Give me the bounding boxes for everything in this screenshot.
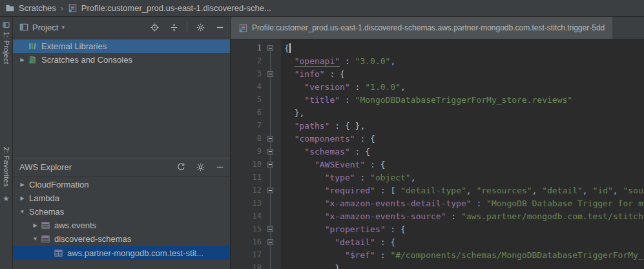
code-text: "detail" : {	[281, 237, 395, 247]
line-number: 17	[231, 250, 266, 259]
code-line[interactable]: 4 "version" : "1.0.0",	[231, 80, 644, 93]
tree-item-discovered-schemas[interactable]: ▼discovered-schemas	[13, 232, 230, 246]
fold-toggle-icon[interactable]	[267, 136, 273, 142]
code-lines: 1{2 "openapi" : "3.0.0",3 "info" : {4 "v…	[231, 39, 644, 269]
fold-column	[266, 239, 281, 245]
code-line[interactable]: 15 "properties" : {	[231, 222, 644, 235]
chevron-right-icon[interactable]: ▶	[30, 222, 41, 228]
fold-toggle-icon[interactable]	[267, 188, 273, 193]
line-number: 1	[231, 43, 266, 52]
tree-item-label: aws.partner-mongodb.com.test-stit...	[66, 248, 203, 258]
line-number: 10	[231, 160, 266, 169]
code-line[interactable]: 10 "AWSEvent" : {	[231, 158, 644, 171]
code-editor[interactable]: 1{2 "openapi" : "3.0.0",3 "info" : {4 "v…	[231, 39, 644, 269]
schema-file-icon	[68, 3, 78, 13]
code-line[interactable]: 12 "required" : [ "detail-type", "resour…	[231, 184, 644, 197]
line-number: 11	[231, 173, 266, 182]
chevron-right-icon[interactable]: ▶	[17, 195, 28, 201]
code-text: "info" : {	[281, 69, 345, 79]
hide-panel-icon[interactable]	[212, 160, 227, 175]
code-line[interactable]: 7 "paths" : { },	[231, 119, 644, 132]
fold-toggle-icon[interactable]	[267, 239, 273, 245]
fold-column	[266, 149, 281, 155]
tree-item-aws-partner-mongodb-com-test-stit[interactable]: aws.partner-mongodb.com.test-stit...	[13, 246, 230, 260]
chevron-down-icon[interactable]: ▾	[61, 24, 65, 30]
hide-panel-icon[interactable]	[212, 20, 227, 34]
breadcrumb-separator-icon: ›	[61, 4, 63, 13]
editor-tab[interactable]: Profile:customer_prod.us-east-1.discover…	[231, 17, 612, 39]
registry-icon	[41, 221, 53, 231]
code-line[interactable]: 6 },	[231, 106, 644, 119]
code-text: "properties" : {	[281, 224, 406, 234]
tool-window-button-favorites[interactable]: 2: Favorites ★	[3, 147, 10, 202]
code-text: "paths" : { },	[281, 121, 365, 131]
chevron-down-icon[interactable]: ▼	[30, 236, 41, 242]
tree-item-label: External Libraries	[40, 41, 107, 51]
code-line[interactable]: 2 "openapi" : "3.0.0",	[231, 54, 644, 67]
panel-title[interactable]: Project	[32, 23, 58, 32]
collapse-all-icon[interactable]	[166, 20, 182, 34]
code-line[interactable]: 9 "schemas" : {	[231, 145, 644, 158]
schema-file-icon	[238, 23, 248, 33]
breadcrumb-file[interactable]: Profile:customer_prod.us-east-1.discover…	[81, 3, 271, 13]
tree-item-schemas[interactable]: ▼Schemas	[13, 205, 230, 219]
fold-toggle-icon[interactable]	[267, 149, 273, 155]
code-line[interactable]: 18 }	[231, 261, 644, 269]
fold-toggle-icon[interactable]	[267, 226, 273, 232]
code-text: "required" : [ "detail-type", "resources…	[281, 186, 644, 195]
header-separator	[187, 22, 187, 32]
line-number: 2	[231, 56, 266, 65]
code-line[interactable]: 5 "title" : "MongoDBDatabaseTriggerForMy…	[231, 93, 644, 106]
breadcrumb-scratches[interactable]: Scratches	[19, 3, 56, 13]
code-text: "type" : "object",	[281, 173, 416, 182]
fold-toggle-icon[interactable]	[267, 162, 273, 167]
chevron-right-icon[interactable]: ▶	[17, 57, 28, 63]
tree-item-aws-events[interactable]: ▶aws.events	[13, 219, 230, 232]
ide-window: Scratches › Profile:customer_prod.us-eas…	[0, 0, 644, 269]
chevron-right-icon[interactable]: ▶	[17, 182, 28, 188]
code-line[interactable]: 8 "components" : {	[231, 132, 644, 145]
fold-toggle-icon[interactable]	[267, 45, 273, 51]
chevron-down-icon[interactable]: ▼	[17, 209, 28, 215]
panel-title: AWS Explorer	[19, 162, 72, 172]
tree-item-cloudformation[interactable]: ▶CloudFormation	[13, 178, 230, 191]
line-number: 4	[231, 82, 266, 91]
tool-window-panel: Project ▾ External Libraries▶Scratches a…	[13, 17, 231, 269]
library-icon	[28, 41, 40, 52]
tool-window-label: 2: Favorites	[3, 147, 10, 187]
fold-column	[266, 188, 281, 193]
registry-icon	[41, 234, 53, 244]
code-line[interactable]: 1{	[231, 41, 644, 54]
tree-item-external-libraries[interactable]: External Libraries	[13, 39, 230, 53]
code-line[interactable]: 11 "type" : "object",	[231, 171, 644, 184]
tree-item-lambda[interactable]: ▶Lambda	[13, 191, 230, 205]
code-text: }	[281, 263, 340, 269]
line-number: 5	[231, 95, 266, 104]
left-tool-strip: 1: Project 2: Favorites ★	[0, 17, 13, 269]
refresh-icon[interactable]	[173, 160, 189, 175]
gear-icon[interactable]	[192, 160, 208, 175]
code-text: "openapi" : "3.0.0",	[281, 56, 395, 66]
code-text: },	[281, 108, 304, 118]
code-line[interactable]: 14 "x-amazon-events-source" : "aws.partn…	[231, 210, 644, 222]
line-number: 12	[231, 186, 266, 195]
fold-toggle-icon[interactable]	[267, 71, 273, 77]
code-text: "x-amazon-events-detail-type" : "MongoDB…	[281, 199, 644, 208]
locate-icon[interactable]	[147, 20, 162, 34]
fold-column	[266, 162, 281, 167]
code-text: "title" : "MongoDBDatabaseTriggerForMy_s…	[281, 95, 572, 105]
line-number: 18	[231, 263, 266, 269]
code-line[interactable]: 3 "info" : {	[231, 67, 644, 80]
gear-icon[interactable]	[192, 20, 208, 34]
project-tool-icon	[19, 23, 28, 32]
code-text: "components" : {	[281, 134, 375, 144]
code-line[interactable]: 16 "detail" : {	[231, 235, 644, 248]
star-icon: ★	[3, 194, 10, 203]
tool-window-button-project[interactable]: 1: Project	[3, 21, 10, 64]
code-line[interactable]: 17 "$ref" : "#/components/schemas/MongoD…	[231, 248, 644, 261]
tree-item-scratches-and-consoles[interactable]: ▶Scratches and Consoles	[13, 53, 230, 67]
line-number: 16	[231, 237, 266, 246]
main-area: 1: Project 2: Favorites ★ Project ▾	[0, 17, 644, 269]
code-line[interactable]: 13 "x-amazon-events-detail-type" : "Mong…	[231, 197, 644, 210]
line-number: 14	[231, 211, 266, 221]
